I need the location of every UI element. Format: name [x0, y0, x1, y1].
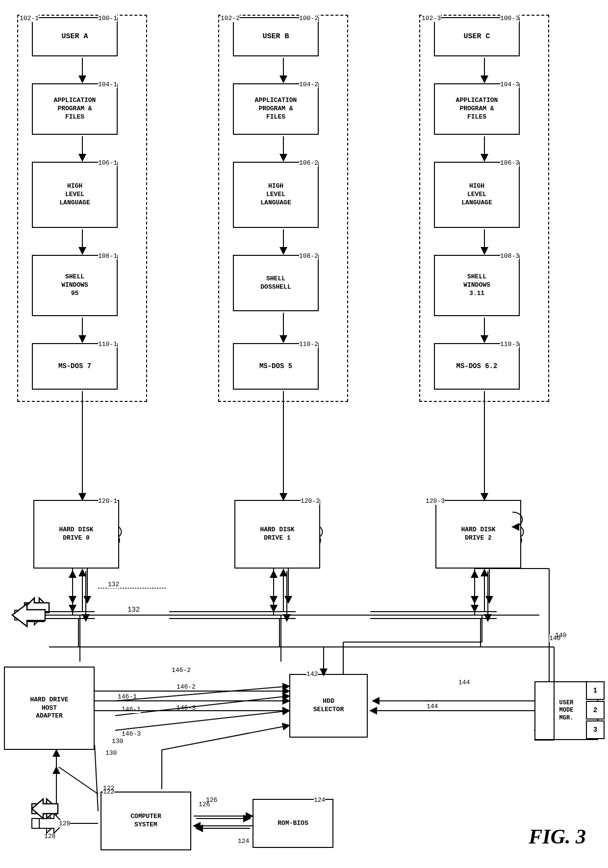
app-program-3-label: APPLICATION PROGRAM & FILES [456, 97, 498, 122]
msdos-3-box: MS-DOS 6.2 [434, 343, 520, 390]
ref-124: 124 [314, 796, 325, 804]
ref-126: 126 [206, 796, 217, 804]
svg-line-57 [59, 767, 98, 794]
hard-drive-host-label: HARD DRIVE HOST ADAPTER [30, 696, 68, 721]
user-mode-2-label: 2 [593, 706, 597, 715]
svg-text:132: 132 [127, 606, 140, 614]
high-level-1-box: HIGH LEVEL LANGUAGE [32, 162, 118, 228]
ref-128: 128 [59, 820, 70, 827]
svg-marker-28 [15, 605, 44, 625]
user-c-label: USER C [463, 32, 490, 42]
figure-label: FIG. 3 [529, 825, 586, 848]
shell-1-box: SHELL WINDOWS 95 [32, 255, 118, 316]
shell-2-label: SHELL DOSSHELL [260, 275, 291, 292]
ref-102-1: 102-1 [20, 15, 39, 22]
svg-text:128: 128 [44, 833, 55, 840]
ref-108-1: 108-1 [98, 252, 117, 260]
ref-104-1: 104-1 [98, 81, 117, 88]
app-program-2-box: APPLICATION PROGRAM & FILES [233, 83, 319, 135]
hard-disk-2-label: HARD DISK DRIVE 2 [461, 526, 495, 543]
user-mode-3-label: 3 [593, 725, 597, 734]
ref-120-1: 120-1 [98, 497, 117, 505]
hard-disk-1-label: HARD DISK DRIVE 1 [260, 526, 294, 543]
user-a-label: USER A [61, 32, 88, 42]
hard-disk-0-label: HARD DISK DRIVE 0 [59, 526, 93, 543]
ref-100-1: 100-1 [98, 15, 117, 22]
svg-text:144: 144 [427, 703, 438, 710]
ref-110-2: 110-2 [299, 341, 318, 348]
user-c-box: USER C [434, 17, 520, 56]
user-mode-num-2: 2 [586, 701, 605, 719]
shell-3-label: SHELL WINDOWS 3.11 [463, 273, 490, 298]
svg-text:146-1: 146-1 [118, 693, 137, 700]
ref-108-2: 108-2 [299, 252, 318, 260]
ref-100-3: 100-3 [500, 15, 519, 22]
ref-146-2: 146-2 [172, 667, 191, 674]
high-level-1-label: HIGH LEVEL LANGUAGE [59, 182, 90, 207]
user-mode-num-3: 3 [586, 720, 605, 739]
user-mode-1-label: 1 [593, 686, 597, 695]
ref-106-3: 106-3 [500, 159, 519, 167]
msdos-2-label: MS-DOS 5 [259, 362, 292, 371]
ref-120-2: 120-2 [301, 497, 320, 505]
svg-marker-58 [25, 598, 49, 618]
hard-disk-2-box: HARD DISK DRIVE 2 [435, 500, 521, 569]
user-mode-mgr-label: USER MODE MGR. [559, 699, 574, 722]
svg-text:146-2: 146-2 [177, 683, 196, 691]
ref-110-3: 110-3 [500, 341, 519, 348]
app-program-1-label: APPLICATION PROGRAM & FILES [54, 97, 96, 122]
ref-120-3: 120-3 [426, 497, 445, 505]
computer-system-box: COMPUTER SYSTEM [101, 792, 191, 850]
svg-line-95 [95, 745, 98, 811]
rom-bios-label: ROM-BIOS [278, 819, 308, 828]
user-mode-num-1: 1 [586, 681, 605, 700]
hdd-selector-label: HDD SELECTOR [313, 697, 344, 714]
high-level-3-box: HIGH LEVEL LANGUAGE [434, 162, 520, 228]
ref-130: 130 [112, 738, 123, 745]
svg-marker-102 [32, 799, 58, 818]
ref-106-2: 106-2 [299, 159, 318, 167]
msdos-1-box: MS-DOS 7 [32, 343, 118, 390]
ref-140: 140 [549, 635, 560, 642]
svg-marker-101 [32, 799, 58, 818]
hdd-selector-box: HDD SELECTOR [289, 674, 368, 738]
svg-text:130: 130 [105, 749, 117, 757]
rom-bios-box: ROM-BIOS [253, 799, 333, 848]
shell-3-box: SHELL WINDOWS 3.11 [434, 255, 520, 316]
ref-132: 132 [108, 581, 119, 588]
ref-100-2: 100-2 [299, 15, 318, 22]
high-level-2-box: HIGH LEVEL LANGUAGE [233, 162, 319, 228]
msdos-1-label: MS-DOS 7 [58, 362, 91, 371]
svg-line-41 [115, 696, 289, 716]
ref-102-3: 102-3 [422, 15, 441, 22]
shell-1-label: SHELL WINDOWS 95 [61, 273, 88, 298]
ref-104-3: 104-3 [500, 81, 519, 88]
user-b-box: USER B [233, 17, 319, 56]
msdos-3-label: MS-DOS 6.2 [456, 362, 497, 371]
high-level-3-label: HIGH LEVEL LANGUAGE [461, 182, 492, 207]
svg-marker-74 [12, 604, 45, 626]
msdos-2-box: MS-DOS 5 [233, 343, 319, 390]
computer-system-label: COMPUTER SYSTEM [130, 813, 161, 829]
svg-line-42 [115, 686, 289, 701]
ref-110-1: 110-1 [98, 341, 117, 348]
hard-disk-0-box: HARD DISK DRIVE 0 [33, 500, 119, 569]
app-program-3-box: APPLICATION PROGRAM & FILES [434, 83, 520, 135]
high-level-2-label: HIGH LEVEL LANGUAGE [260, 182, 291, 207]
ref-108-3: 108-3 [500, 252, 519, 260]
svg-marker-60 [15, 607, 44, 626]
svg-line-43 [115, 711, 289, 730]
user-a-box: USER A [32, 17, 118, 56]
ref-146-3: 146-3 [122, 730, 141, 738]
svg-text:124: 124 [238, 838, 250, 845]
ref-144: 144 [458, 679, 470, 686]
svg-line-56 [162, 725, 289, 750]
ref-102-2: 102-2 [221, 15, 240, 22]
ref-104-2: 104-2 [299, 81, 318, 88]
svg-marker-59 [25, 598, 49, 618]
ref-122: 122 [103, 788, 114, 795]
ref-142: 142 [306, 670, 318, 678]
ref-146-1: 146-1 [122, 706, 141, 713]
shell-2-box: SHELL DOSSHELL [233, 255, 319, 311]
app-program-2-label: APPLICATION PROGRAM & FILES [255, 97, 297, 122]
